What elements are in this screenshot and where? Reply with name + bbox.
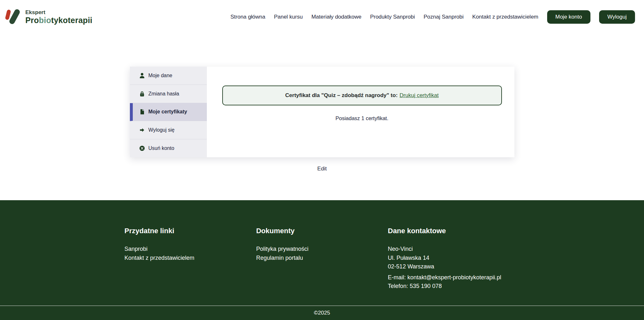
footer-contact-block: E-mail: kontakt@ekspert-probiotykoterapi… (388, 273, 520, 291)
footer-street: Ul. Puławska 14 (388, 254, 520, 263)
nav-link-kontakt-z-przedstawicielem[interactable]: Kontakt z przedstawicielem (472, 14, 538, 20)
sidebar-item-label: Zmiana hasła (148, 91, 179, 97)
footer-col-dokumenty: Dokumenty Polityka prywatności Regulamin… (256, 227, 388, 306)
sidebar-item-label: Moje dane (148, 73, 173, 78)
sidebar-item-label: Moje certyfikaty (148, 109, 187, 115)
nav-link-strona-glowna[interactable]: Strona główna (230, 14, 265, 20)
nav-link-panel-kursu[interactable]: Panel kursu (274, 14, 303, 20)
sidebar-item-wyloguj-sie[interactable]: Wyloguj się (130, 121, 207, 139)
account-sidebar: Moje dane Zmiana hasła Moje certyfikaty … (130, 67, 207, 157)
sidebar-item-usun-konto[interactable]: Usuń konto (130, 139, 207, 157)
sidebar-item-label: Usuń konto (148, 145, 174, 151)
logout-arrow-icon (139, 127, 145, 133)
probiotic-bacteria-logo-icon (4, 6, 23, 28)
edit-row: Edit (0, 166, 644, 172)
site-logo[interactable]: Ekspert Probiotykoterapii (4, 6, 92, 28)
sidebar-item-label: Wyloguj się (148, 127, 175, 133)
certificate-banner-text: Certyfikat dla "Quiz – zdobądź nagrody" … (285, 92, 397, 99)
sidebar-item-zmiana-hasla[interactable]: Zmiana hasła (130, 85, 207, 103)
logo-tagline: Ekspert (25, 9, 92, 15)
logout-button[interactable]: Wyloguj (599, 10, 635, 24)
footer-heading: Dane kontaktowe (388, 227, 520, 235)
logo-title-rest: tykoterapii (51, 16, 92, 25)
certificates-panel: Certyfikat dla "Quiz – zdobądź nagrody" … (207, 67, 514, 157)
user-icon (139, 73, 145, 78)
sidebar-item-moje-certyfikaty[interactable]: Moje certyfikaty (130, 103, 207, 121)
logo-title-bio: bio (39, 16, 51, 25)
logo-title-pro: Pro (25, 16, 39, 25)
edit-link[interactable]: Edit (317, 166, 326, 172)
logo-title: Probiotykoterapii (25, 16, 92, 25)
main-nav: Strona główna Panel kursu Materiały doda… (230, 10, 635, 24)
footer-city: 02-512 Warszawa (388, 262, 520, 271)
footer-link-sanprobi[interactable]: Sanprobi (124, 245, 256, 254)
nav-link-materialy-dodatkowe[interactable]: Materiały dodatkowe (311, 14, 361, 20)
footer-email: E-mail: kontakt@ekspert-probiotykoterapi… (388, 273, 520, 282)
footer-link-regulamin-portalu[interactable]: Regulamin portalu (256, 254, 388, 263)
sidebar-item-moje-dane[interactable]: Moje dane (130, 67, 207, 85)
page-main: Moje dane Zmiana hasła Moje certyfikaty … (0, 34, 644, 200)
delete-account-icon (139, 145, 145, 151)
footer-columns: Przydatne linki Sanprobi Kontakt z przed… (124, 200, 520, 306)
footer-link-polityka-prywatnosci[interactable]: Polityka prywatności (256, 245, 388, 254)
footer-phone: Telefon: 535 190 078 (388, 282, 520, 291)
footer-heading: Dokumenty (256, 227, 388, 235)
certificate-icon (139, 109, 145, 115)
certificate-banner: Certyfikat dla "Quiz – zdobądź nagrody" … (222, 86, 502, 105)
copyright-text: ©2025 (314, 310, 330, 316)
footer-col-przydatne-linki: Przydatne linki Sanprobi Kontakt z przed… (124, 227, 256, 306)
logo-text: Ekspert Probiotykoterapii (25, 9, 92, 24)
site-header: Ekspert Probiotykoterapii Strona główna … (0, 0, 644, 34)
site-footer: Przydatne linki Sanprobi Kontakt z przed… (0, 200, 644, 320)
footer-bottom-bar: ©2025 (0, 306, 644, 320)
footer-heading: Przydatne linki (124, 227, 256, 235)
nav-link-produkty-sanprobi[interactable]: Produkty Sanprobi (370, 14, 415, 20)
my-account-button[interactable]: Moje konto (547, 10, 590, 24)
nav-link-poznaj-sanprobi[interactable]: Poznaj Sanprobi (424, 14, 464, 20)
account-card: Moje dane Zmiana hasła Moje certyfikaty … (130, 67, 514, 157)
footer-col-dane-kontaktowe: Dane kontaktowe Neo-Vinci Ul. Puławska 1… (388, 227, 520, 306)
footer-company-name: Neo-Vinci (388, 245, 520, 254)
footer-link-kontakt-z-przedstawicielem[interactable]: Kontakt z przedstawicielem (124, 254, 256, 263)
print-certificate-link[interactable]: Drukuj certyfikat (400, 92, 439, 99)
password-lock-icon (139, 91, 145, 97)
certificates-summary: Posiadasz 1 certyfikat. (222, 115, 502, 121)
